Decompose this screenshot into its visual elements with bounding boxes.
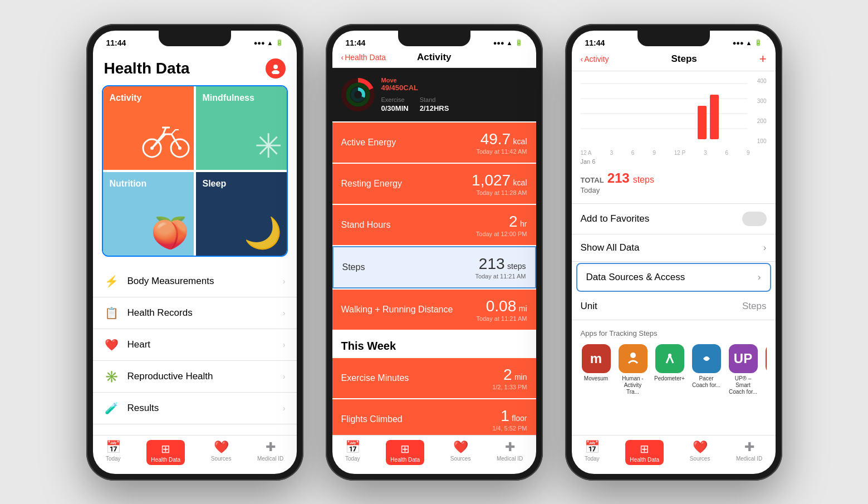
total-value: 213 — [607, 170, 630, 186]
tab-bar-1: 📅 Today ⊞ Health Data ❤️ Sources ✚ Medic… — [93, 435, 297, 474]
row-resting-energy[interactable]: Resting Energy 1,027 kcal Today at 11:28… — [332, 164, 536, 204]
app-human-icon — [619, 344, 648, 373]
tab-sources-icon-3: ❤️ — [693, 440, 708, 454]
move-value: 49/450CAL — [381, 84, 527, 92]
app-up-icon: UP — [729, 344, 758, 373]
tab-today-3[interactable]: 📅 Today — [585, 440, 600, 465]
tab-sources-2[interactable]: ❤️ Sources — [450, 440, 471, 465]
tab-health-icon-2: ⊞ — [400, 442, 410, 456]
menu-item-results[interactable]: 🧪 Results › — [93, 393, 297, 424]
notch-1 — [159, 31, 231, 46]
add-favorites-toggle[interactable] — [742, 212, 767, 226]
stand-hours-label: Stand Hours — [341, 220, 391, 230]
settings-data-sources[interactable]: Data Sources & Access › — [576, 263, 771, 292]
menu-body-label: Body Measurements — [127, 276, 283, 287]
row-exercise-minutes[interactable]: Exercise Minutes 2 min 1/2, 1:33 PM — [332, 358, 536, 398]
tab-medical-2[interactable]: ✚ Medical ID — [497, 440, 523, 465]
row-steps[interactable]: Steps 213 steps Today at 11:21 AM — [332, 246, 536, 288]
tab-today-label-1: Today — [106, 456, 121, 462]
app-reco[interactable]: R Reco Unde... — [764, 344, 767, 395]
flights-unit: floor — [512, 414, 527, 423]
tile-nutrition-label: Nutrition — [110, 179, 187, 189]
tile-nutrition[interactable]: Nutrition 🍑 — [103, 172, 194, 256]
total-label: TOTAL — [581, 176, 604, 184]
menu-results-label: Results — [127, 403, 283, 414]
tab-today-2[interactable]: 📅 Today — [345, 440, 360, 465]
walking-label: Walking + Running Distance — [341, 305, 453, 315]
battery-icon-3: 🔋 — [754, 39, 762, 46]
tab-medical-3[interactable]: ✚ Medical ID — [736, 440, 762, 465]
svg-rect-17 — [710, 95, 719, 139]
nav-back-3[interactable]: ‹ Activity — [581, 55, 609, 63]
bike-icon — [141, 118, 191, 164]
flights-label: Flights Climbed — [341, 414, 403, 424]
resting-energy-number: 1,027 — [472, 172, 511, 189]
stand-hours-value-group: 2 hr Today at 12:00 PM — [476, 213, 527, 237]
nav-bar-2: ‹ Health Data Activity — [332, 50, 536, 68]
settings-add-favorites[interactable]: Add to Favorites — [572, 204, 776, 234]
active-energy-value-group: 49.7 kcal Today at 11:42 AM — [476, 130, 527, 155]
tab-today-1[interactable]: 📅 Today — [106, 440, 121, 465]
tab-health-icon-3: ⊞ — [640, 442, 649, 456]
notch-2 — [398, 31, 470, 46]
health-data-header: Health Data — [93, 50, 297, 85]
walking-time: Today at 11:21 AM — [476, 315, 527, 322]
menu-item-body[interactable]: ⚡ Body Measurements › — [93, 266, 297, 297]
tab-medical-1[interactable]: ✚ Medical ID — [257, 440, 283, 465]
row-walking-running[interactable]: Walking + Running Distance 0.08 mi Today… — [332, 290, 536, 330]
nav-back-2[interactable]: ‹ Health Data — [341, 53, 386, 62]
app-movesum[interactable]: m Movesum — [581, 344, 612, 395]
walking-value-group: 0.08 mi Today at 11:21 AM — [476, 297, 527, 322]
app-up-label: UP® – Smart Coach for... — [728, 375, 759, 395]
app-human[interactable]: Human - Activity Tra... — [617, 344, 649, 395]
body-measurements-icon: ⚡ — [104, 273, 120, 289]
row-active-energy[interactable]: Active Energy 49.7 kcal Today at 11:42 A… — [332, 123, 536, 163]
notch-3 — [637, 31, 710, 46]
tile-activity[interactable]: Activity — [103, 86, 194, 170]
app-up[interactable]: UP UP® – Smart Coach for... — [728, 344, 759, 395]
tab-health-data-3[interactable]: ⊞ Health Data — [625, 440, 664, 465]
menu-item-health-records[interactable]: 📋 Health Records › — [93, 297, 297, 329]
row-stand-hours[interactable]: Stand Hours 2 hr Today at 12:00 PM — [332, 205, 536, 245]
steps-label-2: Steps — [342, 262, 365, 272]
phone-3-screen: 11:44 ●●● ▲ 🔋 ‹ Activity Steps + — [572, 31, 776, 474]
health-records-icon: 📋 — [104, 305, 120, 321]
steps-value-group-2: 213 steps Today at 11:21 AM — [475, 255, 526, 280]
chevron-results: › — [283, 404, 286, 413]
tab-health-data-2[interactable]: ⊞ Health Data — [386, 440, 424, 465]
tab-sources-3[interactable]: ❤️ Sources — [690, 440, 710, 465]
flights-number: 1 — [501, 407, 509, 424]
steps-total: TOTAL 213 steps Today — [572, 166, 776, 204]
exercise-minutes-time: 1/2, 1:33 PM — [492, 384, 527, 390]
unit-label: Unit — [581, 301, 597, 312]
tile-mindfulness[interactable]: Mindfulness ✳ — [196, 86, 287, 170]
tab-sources-1[interactable]: ❤️ Sources — [211, 440, 232, 465]
tab-bar-2: 📅 Today ⊞ Health Data ❤️ Sources ✚ Medic… — [332, 435, 536, 474]
app-movesum-icon: m — [582, 344, 611, 373]
chart-date-label: Jan 6 — [581, 158, 767, 165]
app-pedometer[interactable]: Pedometer+ — [654, 344, 685, 395]
tab-today-icon-1: 📅 — [106, 440, 121, 454]
user-icon[interactable] — [266, 58, 286, 79]
nav-add-button[interactable]: + — [759, 52, 767, 66]
total-unit: steps — [633, 175, 654, 185]
settings-unit[interactable]: Unit Steps — [572, 293, 776, 320]
signal-icon-1: ●●● — [254, 40, 265, 46]
activity-stats: Move 49/450CAL Exercise 0/30MIN Stand 2/… — [381, 77, 527, 112]
tab-medical-icon-1: ✚ — [266, 440, 276, 454]
menu-item-heart[interactable]: ❤️ Heart › — [93, 329, 297, 361]
menu-item-reproductive[interactable]: ✳️ Reproductive Health › — [93, 361, 297, 393]
row-flights-climbed[interactable]: Flights Climbed 1 floor 1/4, 5:52 PM — [332, 399, 536, 435]
app-pacer[interactable]: Pacer Coach for... — [691, 344, 722, 395]
settings-show-all-data[interactable]: Show All Data › — [572, 234, 776, 262]
tab-health-data-1[interactable]: ⊞ Health Data — [146, 440, 185, 465]
chart-x-12a: 12 A — [581, 150, 592, 156]
steps-unit-2: steps — [507, 262, 526, 271]
wifi-icon-3: ▲ — [746, 40, 752, 46]
tab-health-label-3: Health Data — [630, 457, 659, 463]
stand-hours-unit: hr — [520, 219, 527, 228]
tile-sleep[interactable]: Sleep 🌙 — [196, 172, 287, 256]
chart-x-9: 9 — [653, 150, 656, 156]
tab-sources-label-1: Sources — [211, 456, 232, 462]
resting-energy-label: Resting Energy — [341, 179, 402, 189]
